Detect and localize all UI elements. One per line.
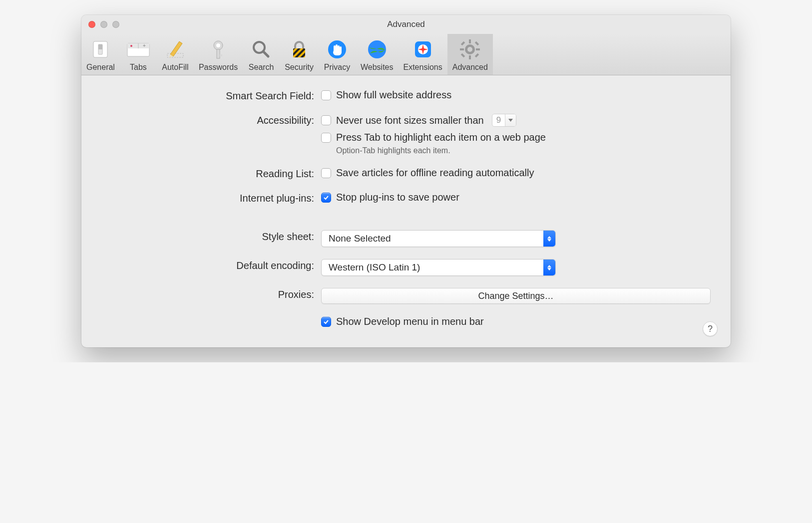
tab-label: Websites [361,63,394,72]
svg-rect-13 [217,49,220,58]
tab-websites[interactable]: Websites [356,34,399,75]
tab-label: Search [249,63,274,72]
hand-icon [324,38,351,61]
lock-icon [286,38,313,61]
row-smart-search: Smart Search Field: Show full website ad… [101,89,711,102]
section-label: Reading List: [101,167,321,180]
globe-icon [364,38,391,61]
gear-icon [456,38,483,61]
switch-icon [87,38,114,61]
window-controls [88,21,119,28]
tab-label: Extensions [403,63,442,72]
tab-tabs[interactable]: + Tabs [120,34,157,75]
font-size-stepper[interactable]: 9 [492,114,516,127]
checkbox-stop-plugins[interactable]: Stop plug-ins to save power [321,192,711,203]
svg-rect-18 [293,48,305,57]
minimize-window-button[interactable] [100,21,107,28]
help-text-option-tab: Option-Tab highlights each item. [321,146,711,155]
checkbox-save-offline[interactable]: Save articles for offline reading automa… [321,167,711,179]
row-reading-list: Reading List: Save articles for offline … [101,167,711,180]
preferences-window: Advanced General + Tabs AutoFill [81,15,731,347]
tab-extensions[interactable]: Extensions [398,34,447,75]
tab-label: AutoFill [162,63,188,72]
encoding-popup[interactable]: Western (ISO Latin 1) [321,259,556,276]
row-proxies: Proxies: Change Settings… [101,288,711,304]
checkbox-box [321,90,331,100]
tab-label: Passwords [199,63,238,72]
titlebar: Advanced [81,15,731,34]
puzzle-icon [409,38,436,61]
section-label: Accessibility: [101,114,321,126]
checkbox-show-full-address[interactable]: Show full website address [321,89,711,101]
svg-rect-2 [98,44,102,49]
popup-value: Western (ISO Latin 1) [329,262,420,273]
svg-rect-31 [461,41,465,45]
checkbox-label: Never use font sizes smaller than [336,115,484,126]
svg-rect-28 [469,55,471,59]
svg-rect-29 [460,48,464,50]
row-plugins: Internet plug-ins: Stop plug-ins to save… [101,192,711,204]
window-title: Advanced [81,19,731,29]
svg-rect-14 [220,54,222,56]
zoom-window-button[interactable] [112,21,119,28]
svg-marker-36 [508,119,513,122]
tab-autofill[interactable]: AutoFill [157,34,194,75]
chevron-down-icon [505,114,516,126]
tab-general[interactable]: General [81,34,120,75]
popup-value: None Selected [329,233,391,244]
svg-marker-37 [547,236,551,239]
svg-text:+: + [143,43,146,48]
checkbox-label: Stop plug-ins to save power [336,192,459,203]
checkbox-box [321,133,331,143]
updown-arrows-icon [543,231,555,247]
help-button-label: ? [708,324,713,334]
row-accessibility: Accessibility: Never use font sizes smal… [101,114,711,155]
section-label: Smart Search Field: [101,89,321,102]
checkbox-label: Show Develop menu in menu bar [336,316,484,327]
checkbox-box [321,317,331,327]
updown-arrows-icon [543,260,555,275]
row-encoding: Default encoding: Western (ISO Latin 1) [101,259,711,276]
checkbox-box [321,168,331,178]
change-settings-button[interactable]: Change Settings… [321,288,711,304]
pencil-icon [162,38,189,61]
svg-marker-39 [547,265,551,267]
svg-marker-9 [170,41,182,56]
tab-search[interactable]: Search [243,34,280,75]
preferences-toolbar: General + Tabs AutoFill Passwords [81,34,731,75]
tab-label: Tabs [130,63,147,72]
button-label: Change Settings… [478,291,553,301]
checkbox-box [321,193,331,203]
checkbox-label: Press Tab to highlight each item on a we… [336,132,546,143]
checkbox-press-tab[interactable]: Press Tab to highlight each item on a we… [321,132,711,143]
tab-passwords[interactable]: Passwords [194,34,243,75]
checkbox-label: Save articles for offline reading automa… [336,167,534,179]
tab-security[interactable]: Security [280,34,319,75]
svg-rect-32 [475,53,479,57]
checkbox-box [321,115,331,125]
svg-rect-34 [475,41,479,45]
magnifier-icon [248,38,275,61]
section-label: Proxies: [101,288,321,300]
checkbox-show-develop[interactable]: Show Develop menu in menu bar [321,316,711,327]
svg-marker-38 [547,239,551,242]
checkbox-label: Show full website address [336,89,451,101]
svg-point-35 [467,47,472,52]
key-icon [205,38,232,61]
style-sheet-popup[interactable]: None Selected [321,230,556,247]
tab-advanced[interactable]: Advanced [447,34,493,75]
tabs-icon: + [125,38,152,61]
svg-marker-40 [547,268,551,270]
content-area: Smart Search Field: Show full website ad… [81,75,731,347]
tab-label: Privacy [324,63,350,72]
help-button[interactable]: ? [703,321,718,336]
checkbox-min-font-size[interactable]: Never use font sizes smaller than [321,115,484,126]
svg-point-7 [130,45,132,47]
tab-label: Security [285,63,314,72]
tab-label: Advanced [452,63,488,72]
svg-line-16 [263,51,268,56]
tab-privacy[interactable]: Privacy [319,34,356,75]
tab-label: General [86,63,115,72]
svg-rect-33 [461,53,465,57]
close-window-button[interactable] [88,21,95,28]
